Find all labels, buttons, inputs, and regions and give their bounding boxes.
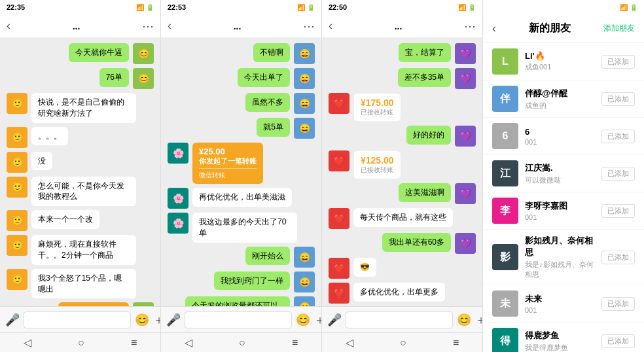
transfer-amount: ¥125.00 — [361, 155, 394, 166]
chat-panel-2: 22:53 📶 🔋 ‹ ... ⋯ 😄 不错啊 😄 今天出单了 😄 虽然不多 😄… — [161, 0, 322, 352]
status-time-1: 22:35 — [7, 3, 25, 11]
chat-panel-3: 22:50 📶 🔋 ‹ ... ⋯ 💜 宝，结算了 💜 差不多35单 ❤️ ¥1… — [322, 0, 483, 352]
msg-row: 💜 差不多35单 — [329, 68, 476, 89]
msg-row: 😄 今天发的浏览量都还可以的 — [168, 296, 315, 306]
friend-added-badge: 已添加 — [601, 167, 635, 181]
nav-home-1[interactable]: ○ — [78, 337, 84, 349]
received-transfer: ¥125.00 已接收转账 — [353, 150, 401, 179]
avatar: ❤️ — [329, 208, 349, 229]
status-icons-2: 📶 🔋 — [297, 4, 315, 11]
bubble: 快说，是不是自己偷偷的研究啥新方法了 — [31, 93, 136, 123]
nav-bar-1: ◁ ○ ≡ — [0, 332, 160, 352]
friend-info: 6 001 — [525, 127, 595, 146]
voice-icon-1[interactable]: 🎤 — [5, 313, 20, 327]
bubble: 没 — [31, 152, 52, 171]
nav-home-2[interactable]: ○ — [239, 337, 245, 349]
wifi-icon: 📶 — [136, 4, 144, 11]
friend-item[interactable]: 6 6 001 已添加 — [483, 118, 644, 155]
status-bar-3: 22:50 📶 🔋 — [322, 0, 482, 14]
friends-title: 新的朋友 — [529, 22, 571, 35]
friend-item[interactable]: 影 影如残月、奈何相思 我是♪影如残月、奈何相思 已添加 — [483, 230, 644, 285]
bubble: 今天发的浏览量都还可以的 — [185, 296, 290, 306]
chat-input-2[interactable] — [185, 311, 292, 328]
msg-row: 😄 我找到窍门了一样 — [168, 272, 315, 292]
battery-icon: 🔋 — [146, 4, 154, 11]
battery-icon-3: 🔋 — [468, 4, 476, 11]
plus-icon-1[interactable]: ＋ — [153, 312, 161, 328]
chat-footer-2: 🎤 😊 ＋ — [161, 306, 321, 332]
add-friend-button[interactable]: 添加朋友 — [603, 23, 635, 34]
nav-back-2[interactable]: ◁ — [185, 336, 192, 349]
more-icon-3[interactable]: ⋯ — [464, 19, 476, 33]
received-transfer: ¥175.00 已接收转账 — [353, 93, 401, 122]
status-icons-3: 📶 🔋 — [458, 4, 476, 11]
bubble: 麻烦死，现在直接软件干。。2分钟一个商品 — [31, 235, 136, 265]
friend-added-badge: 已添加 — [601, 297, 635, 311]
chat-panel-1: 22:35 📶 🔋 ‹ ... ⋯ 😊 今天就你牛逼 😊 76单 🙂 快说，是不… — [0, 0, 161, 352]
emoji-icon-1[interactable]: 😊 — [135, 313, 149, 327]
msg-row: ❤️ ¥125.00 已接收转账 — [329, 150, 476, 179]
friend-sub: 成鱼001 — [525, 62, 595, 72]
voice-icon-2[interactable]: 🎤 — [166, 313, 181, 327]
nav-back-3[interactable]: ◁ — [346, 336, 353, 349]
friends-status-icons: 📶 🔋 — [620, 4, 637, 11]
avatar: 😄 — [294, 272, 315, 292]
chat-header-3: ‹ ... ⋯ — [322, 14, 482, 38]
more-icon-2[interactable]: ⋯ — [303, 19, 315, 33]
nav-menu-1[interactable]: ≡ — [131, 337, 137, 349]
friend-item[interactable]: 李 李呀李嘉图 001 已添加 — [483, 192, 644, 230]
friend-sub: 我是得鹿梦鱼 — [525, 343, 595, 353]
chat-input-1[interactable] — [24, 311, 131, 328]
msg-row: 🙂 。。。 — [7, 127, 154, 148]
bubble: 不错啊 — [253, 43, 290, 62]
emoji-icon-2[interactable]: 😊 — [296, 313, 310, 327]
status-bar-2: 22:53 📶 🔋 — [161, 0, 321, 14]
friend-item[interactable]: 得 得鹿梦鱼 我是得鹿梦鱼 已添加 — [483, 323, 644, 352]
chat-input-3[interactable] — [346, 311, 453, 328]
bubble: 差不多35单 — [398, 68, 451, 87]
friend-added-badge: 已添加 — [601, 204, 635, 218]
bubble: 76单 — [99, 68, 129, 87]
status-bar-1: 22:35 📶 🔋 — [0, 0, 160, 14]
avatar: 🌸 — [168, 188, 188, 209]
chat-body-3: 💜 宝，结算了 💜 差不多35单 ❤️ ¥175.00 已接收转账 💜 好的好的… — [322, 38, 482, 306]
friend-sub: 001 — [525, 213, 595, 221]
emoji-icon-3[interactable]: 😊 — [457, 313, 471, 327]
nav-menu-3[interactable]: ≡ — [453, 337, 459, 349]
plus-icon-2[interactable]: ＋ — [314, 312, 322, 328]
nav-menu-2[interactable]: ≡ — [292, 337, 298, 349]
friend-item[interactable]: L Li'🔥 成鱼001 已添加 — [483, 43, 644, 80]
nav-back-1[interactable]: ◁ — [24, 336, 31, 349]
msg-row: 🌸 ¥25.00 你发起了一笔转账 微信转账 — [168, 143, 315, 184]
more-icon-1[interactable]: ⋯ — [142, 19, 154, 33]
nav-home-3[interactable]: ○ — [400, 337, 406, 349]
friend-item[interactable]: 江 江庆嵩. 可以微微哒 已添加 — [483, 155, 644, 192]
bubble: 我找到窍门了一样 — [214, 272, 290, 290]
plus-icon-3[interactable]: ＋ — [475, 312, 483, 328]
friend-sub: 001 — [525, 306, 595, 314]
voice-icon-3[interactable]: 🎤 — [327, 313, 342, 327]
avatar: 😊 — [133, 302, 154, 306]
friend-avatar: 得 — [492, 328, 518, 352]
msg-row: 💜 宝，结算了 — [329, 43, 476, 64]
msg-row: 🙂 怎么可能，不是你今天发我的教程么 — [7, 177, 154, 207]
friend-added-badge: 已添加 — [601, 130, 635, 143]
friend-info: 伴醇@伴醒 成鱼的 — [525, 88, 595, 111]
friends-back-icon[interactable]: ‹ — [492, 22, 496, 35]
msg-row: ❤️ ¥175.00 已接收转账 — [329, 93, 476, 122]
bubble: 😎 — [353, 258, 376, 277]
friend-item[interactable]: 未 未来 001 已添加 — [483, 285, 644, 323]
nav-bar-2: ◁ ○ ≡ — [161, 332, 321, 352]
transfer-amount: ¥25.00 — [199, 147, 257, 156]
chat-header-1: ‹ ... ⋯ — [0, 14, 160, 38]
transfer-bubble: ¥25.00 你发起了一笔转账 微信转账 — [192, 143, 263, 184]
friends-panel: 新的朋友 📶 🔋 ‹ 新的朋友 添加朋友 L Li'🔥 成鱼001 已添加 伴 … — [483, 0, 644, 352]
chat-footer-3: 🎤 😊 ＋ — [322, 306, 482, 332]
msg-row: 😊 今天就你牛逼 — [7, 43, 154, 64]
friend-info: 李呀李嘉图 001 — [525, 200, 595, 221]
friend-name: 李呀李嘉图 — [525, 200, 595, 212]
friend-item[interactable]: 伴 伴醇@伴醒 成鱼的 已添加 — [483, 80, 644, 118]
friend-info: 未来 001 — [525, 293, 595, 314]
msg-row: 💜 我出单还有60多 — [329, 233, 476, 254]
transfer-sub: 微信转账 — [199, 168, 257, 180]
